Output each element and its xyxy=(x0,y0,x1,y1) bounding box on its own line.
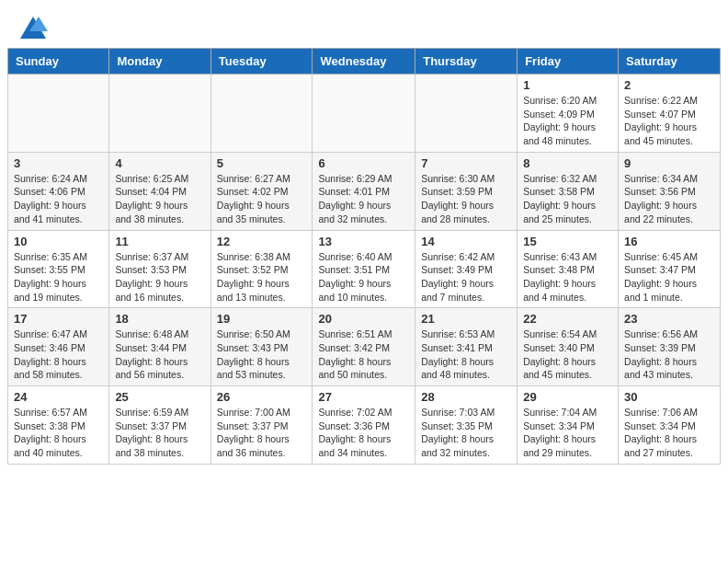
day-info: Sunrise: 6:29 AM Sunset: 4:01 PM Dayligh… xyxy=(318,172,409,226)
day-info: Sunrise: 7:02 AM Sunset: 3:36 PM Dayligh… xyxy=(318,406,409,460)
day-cell: 21Sunrise: 6:53 AM Sunset: 3:41 PM Dayli… xyxy=(415,308,518,386)
day-info: Sunrise: 7:06 AM Sunset: 3:34 PM Dayligh… xyxy=(624,406,714,460)
day-number: 3 xyxy=(14,156,103,170)
day-info: Sunrise: 6:34 AM Sunset: 3:56 PM Dayligh… xyxy=(624,172,714,226)
day-cell: 11Sunrise: 6:37 AM Sunset: 3:53 PM Dayli… xyxy=(109,230,210,308)
day-info: Sunrise: 6:40 AM Sunset: 3:51 PM Dayligh… xyxy=(318,250,409,304)
day-cell: 23Sunrise: 6:56 AM Sunset: 3:39 PM Dayli… xyxy=(619,308,721,386)
week-row-1: 1Sunrise: 6:20 AM Sunset: 4:09 PM Daylig… xyxy=(8,75,721,153)
day-cell: 30Sunrise: 7:06 AM Sunset: 3:34 PM Dayli… xyxy=(619,386,721,465)
calendar-table: SundayMondayTuesdayWednesdayThursdayFrid… xyxy=(7,48,721,465)
day-cell xyxy=(415,75,518,153)
day-info: Sunrise: 7:03 AM Sunset: 3:35 PM Dayligh… xyxy=(421,406,511,460)
day-number: 19 xyxy=(217,312,307,326)
logo xyxy=(18,15,51,40)
day-number: 20 xyxy=(318,312,409,326)
day-cell: 15Sunrise: 6:43 AM Sunset: 3:48 PM Dayli… xyxy=(518,230,619,308)
week-row-2: 3Sunrise: 6:24 AM Sunset: 4:06 PM Daylig… xyxy=(8,152,721,230)
day-cell: 1Sunrise: 6:20 AM Sunset: 4:09 PM Daylig… xyxy=(518,75,619,153)
day-header-saturday: Saturday xyxy=(619,49,721,75)
day-cell xyxy=(210,75,313,153)
day-cell: 17Sunrise: 6:47 AM Sunset: 3:46 PM Dayli… xyxy=(8,308,109,386)
day-number: 24 xyxy=(14,390,103,404)
day-info: Sunrise: 6:50 AM Sunset: 3:43 PM Dayligh… xyxy=(217,327,307,382)
day-info: Sunrise: 6:54 AM Sunset: 3:40 PM Dayligh… xyxy=(523,327,612,382)
day-info: Sunrise: 7:00 AM Sunset: 3:37 PM Dayligh… xyxy=(217,406,307,460)
day-cell: 18Sunrise: 6:48 AM Sunset: 3:44 PM Dayli… xyxy=(109,308,210,386)
day-info: Sunrise: 6:59 AM Sunset: 3:37 PM Dayligh… xyxy=(115,406,204,460)
day-number: 1 xyxy=(523,78,612,92)
day-number: 16 xyxy=(624,235,714,248)
day-cell: 5Sunrise: 6:27 AM Sunset: 4:02 PM Daylig… xyxy=(210,152,313,230)
day-info: Sunrise: 6:53 AM Sunset: 3:41 PM Dayligh… xyxy=(421,327,511,382)
day-info: Sunrise: 6:25 AM Sunset: 4:04 PM Dayligh… xyxy=(115,172,204,226)
day-cell: 28Sunrise: 7:03 AM Sunset: 3:35 PM Dayli… xyxy=(415,386,518,465)
day-number: 23 xyxy=(624,312,714,326)
day-header-thursday: Thursday xyxy=(415,49,518,75)
day-number: 12 xyxy=(217,235,307,248)
day-number: 5 xyxy=(217,156,307,170)
day-cell: 20Sunrise: 6:51 AM Sunset: 3:42 PM Dayli… xyxy=(313,308,415,386)
day-number: 29 xyxy=(523,390,612,404)
day-number: 30 xyxy=(624,390,714,404)
day-info: Sunrise: 6:43 AM Sunset: 3:48 PM Dayligh… xyxy=(523,250,612,304)
week-row-5: 24Sunrise: 6:57 AM Sunset: 3:38 PM Dayli… xyxy=(8,386,721,465)
day-cell: 10Sunrise: 6:35 AM Sunset: 3:55 PM Dayli… xyxy=(8,230,109,308)
week-row-3: 10Sunrise: 6:35 AM Sunset: 3:55 PM Dayli… xyxy=(8,230,721,308)
day-cell: 19Sunrise: 6:50 AM Sunset: 3:43 PM Dayli… xyxy=(210,308,313,386)
day-number: 26 xyxy=(217,390,307,404)
day-number: 4 xyxy=(115,156,204,170)
day-cell: 13Sunrise: 6:40 AM Sunset: 3:51 PM Dayli… xyxy=(313,230,415,308)
day-cell: 16Sunrise: 6:45 AM Sunset: 3:47 PM Dayli… xyxy=(619,230,721,308)
day-info: Sunrise: 6:37 AM Sunset: 3:53 PM Dayligh… xyxy=(115,250,204,304)
day-number: 22 xyxy=(523,312,612,326)
day-number: 15 xyxy=(523,235,612,248)
day-cell: 14Sunrise: 6:42 AM Sunset: 3:49 PM Dayli… xyxy=(415,230,518,308)
day-cell: 26Sunrise: 7:00 AM Sunset: 3:37 PM Dayli… xyxy=(210,386,313,465)
week-row-4: 17Sunrise: 6:47 AM Sunset: 3:46 PM Dayli… xyxy=(8,308,721,386)
day-cell: 27Sunrise: 7:02 AM Sunset: 3:36 PM Dayli… xyxy=(313,386,415,465)
day-number: 2 xyxy=(624,78,714,92)
day-header-monday: Monday xyxy=(109,49,210,75)
calendar-wrapper: SundayMondayTuesdayWednesdayThursdayFrid… xyxy=(0,48,728,472)
logo-icon xyxy=(18,15,48,40)
day-info: Sunrise: 6:38 AM Sunset: 3:52 PM Dayligh… xyxy=(217,250,307,304)
day-cell: 24Sunrise: 6:57 AM Sunset: 3:38 PM Dayli… xyxy=(8,386,109,465)
day-number: 9 xyxy=(624,156,714,170)
day-info: Sunrise: 6:30 AM Sunset: 3:59 PM Dayligh… xyxy=(421,172,511,226)
day-cell: 3Sunrise: 6:24 AM Sunset: 4:06 PM Daylig… xyxy=(8,152,109,230)
day-cell xyxy=(109,75,210,153)
day-cell xyxy=(313,75,415,153)
day-number: 18 xyxy=(115,312,204,326)
day-cell: 2Sunrise: 6:22 AM Sunset: 4:07 PM Daylig… xyxy=(619,75,721,153)
day-info: Sunrise: 6:20 AM Sunset: 4:09 PM Dayligh… xyxy=(523,94,612,148)
day-header-wednesday: Wednesday xyxy=(313,49,415,75)
day-cell: 8Sunrise: 6:32 AM Sunset: 3:58 PM Daylig… xyxy=(518,152,619,230)
day-number: 28 xyxy=(421,390,511,404)
day-info: Sunrise: 6:42 AM Sunset: 3:49 PM Dayligh… xyxy=(421,250,511,304)
day-info: Sunrise: 6:51 AM Sunset: 3:42 PM Dayligh… xyxy=(318,327,409,382)
day-info: Sunrise: 6:57 AM Sunset: 3:38 PM Dayligh… xyxy=(14,406,103,460)
day-info: Sunrise: 6:45 AM Sunset: 3:47 PM Dayligh… xyxy=(624,250,714,304)
day-info: Sunrise: 6:48 AM Sunset: 3:44 PM Dayligh… xyxy=(115,327,204,382)
day-number: 27 xyxy=(318,390,409,404)
day-info: Sunrise: 6:27 AM Sunset: 4:02 PM Dayligh… xyxy=(217,172,307,226)
day-number: 14 xyxy=(421,235,511,248)
day-info: Sunrise: 7:04 AM Sunset: 3:34 PM Dayligh… xyxy=(523,406,612,460)
day-info: Sunrise: 6:24 AM Sunset: 4:06 PM Dayligh… xyxy=(14,172,103,226)
day-cell: 29Sunrise: 7:04 AM Sunset: 3:34 PM Dayli… xyxy=(518,386,619,465)
day-cell: 25Sunrise: 6:59 AM Sunset: 3:37 PM Dayli… xyxy=(109,386,210,465)
day-header-sunday: Sunday xyxy=(8,49,109,75)
day-cell: 6Sunrise: 6:29 AM Sunset: 4:01 PM Daylig… xyxy=(313,152,415,230)
calendar-header: SundayMondayTuesdayWednesdayThursdayFrid… xyxy=(8,49,721,75)
page-header xyxy=(0,0,728,48)
header-row: SundayMondayTuesdayWednesdayThursdayFrid… xyxy=(8,49,721,75)
day-cell: 7Sunrise: 6:30 AM Sunset: 3:59 PM Daylig… xyxy=(415,152,518,230)
day-info: Sunrise: 6:35 AM Sunset: 3:55 PM Dayligh… xyxy=(14,250,103,304)
day-header-tuesday: Tuesday xyxy=(210,49,313,75)
day-number: 8 xyxy=(523,156,612,170)
day-header-friday: Friday xyxy=(518,49,619,75)
day-info: Sunrise: 6:47 AM Sunset: 3:46 PM Dayligh… xyxy=(14,327,103,382)
day-cell: 4Sunrise: 6:25 AM Sunset: 4:04 PM Daylig… xyxy=(109,152,210,230)
day-number: 10 xyxy=(14,235,103,248)
